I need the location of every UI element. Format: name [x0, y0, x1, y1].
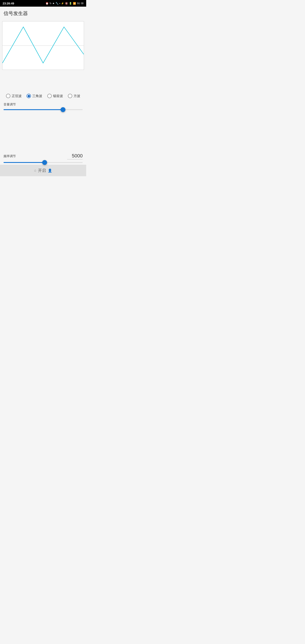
volume-label: 音量调节	[0, 101, 86, 108]
alarm-icon: ⏰	[46, 2, 48, 5]
radio-triangle[interactable]	[26, 94, 31, 98]
wave-label-sine: 正弦波	[12, 94, 22, 98]
battery-icon: 🔋	[69, 2, 72, 5]
frequency-slider-thumb[interactable]	[42, 160, 47, 165]
wave-type-selector: 正弦波 三角波 锯齿波 方波	[0, 91, 86, 101]
status-icons: ⏰ ↻ ★ 🔧 • ⚡ 🔇 🔋 📶 5G 5B	[46, 2, 84, 5]
app-title: 信号发生器	[4, 10, 28, 16]
user-icon: 👤	[48, 168, 52, 173]
waveform-svg	[2, 22, 84, 70]
status-time: 23:26:49	[3, 2, 14, 5]
wave-option-sine[interactable]: 正弦波	[6, 94, 22, 98]
start-button[interactable]: ⌂ 开启 👤	[0, 165, 86, 176]
start-button-label: 开启	[38, 168, 46, 173]
wave-option-square[interactable]: 方波	[68, 94, 80, 98]
wave-label-sawtooth: 锯齿波	[53, 94, 63, 98]
volume-slider-track[interactable]	[4, 109, 83, 110]
sync-icon: ↻	[50, 2, 52, 5]
mute-icon: 🔇	[65, 2, 68, 5]
frequency-row: 频率调节 5000	[0, 152, 86, 160]
home-icon: ⌂	[34, 168, 36, 172]
volume-slider-fill	[4, 109, 63, 110]
tool-icon: 🔧	[56, 2, 58, 5]
volume-slider-thumb[interactable]	[60, 107, 66, 112]
radio-square[interactable]	[68, 94, 72, 98]
dot-icon: •	[60, 2, 60, 5]
frequency-slider-fill	[4, 162, 45, 163]
frequency-slider-track[interactable]	[4, 162, 83, 163]
star-icon: ★	[52, 2, 54, 5]
bluetooth-icon: ⚡	[61, 2, 64, 5]
signal-5g: 5G	[77, 2, 80, 5]
chart-spacer	[0, 74, 86, 91]
signal-5b: 5B	[81, 2, 84, 5]
app-header: 信号发生器	[0, 7, 86, 20]
wave-option-triangle[interactable]: 三角波	[26, 94, 42, 98]
status-bar: 23:26:49 ⏰ ↻ ★ 🔧 • ⚡ 🔇 🔋 📶 5G 5B	[0, 0, 86, 7]
wave-label-triangle: 三角波	[32, 94, 42, 98]
frequency-slider-row	[0, 160, 86, 165]
mid-spacer	[0, 112, 86, 152]
wifi-icon: 📶	[73, 2, 76, 5]
wave-label-square: 方波	[74, 94, 80, 98]
waveform-chart	[2, 21, 84, 70]
volume-slider-row	[0, 108, 86, 112]
radio-sine[interactable]	[6, 94, 10, 98]
wave-option-sawtooth[interactable]: 锯齿波	[47, 94, 63, 98]
frequency-label: 频率调节	[4, 154, 67, 158]
radio-sawtooth[interactable]	[47, 94, 52, 98]
frequency-value: 5000	[67, 153, 83, 160]
